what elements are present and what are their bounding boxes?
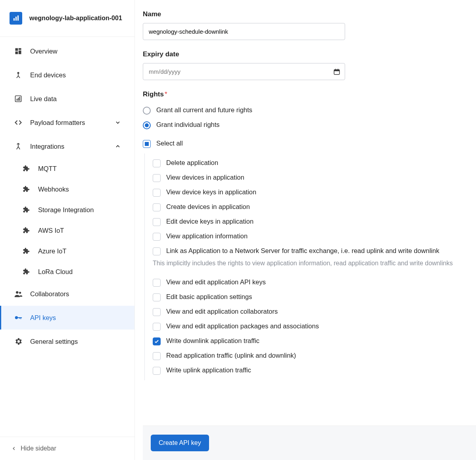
sidebar-item-general-settings[interactable]: General settings [0,330,134,353]
app-chart-icon [10,12,22,25]
checkbox-icon [153,352,161,360]
sidebar-item-label: End devices [30,71,66,79]
svg-rect-6 [15,52,18,54]
rights-checkbox-label: Read application traffic (uplink and dow… [166,352,296,359]
checkbox-icon [153,337,161,345]
rights-checkbox[interactable]: View and edit application collaborators [153,305,464,319]
brand-row: wegnology-lab-application-001 [0,0,134,37]
radio-icon [143,107,151,115]
name-input[interactable] [143,23,345,40]
checkbox-icon [153,293,161,301]
sidebar-subitem-label: AWS IoT [38,227,64,234]
select-all-checkbox[interactable]: Select all [143,136,464,151]
expiry-input[interactable] [143,63,345,80]
rights-checkbox-label: View device keys in application [166,188,256,196]
rights-checkbox[interactable]: Write uplink application traffic [153,363,464,378]
svg-rect-4 [19,48,21,50]
chevron-up-icon [115,143,121,150]
svg-rect-17 [19,317,20,319]
rights-checkbox-label: View and edit application packages and a… [166,322,319,330]
svg-rect-21 [338,69,338,70]
device-icon [13,70,23,80]
sidebar-nav: Overview End devices Live data [0,37,134,437]
rights-checkbox-label: Write downlink application traffic [166,337,259,345]
hide-sidebar-label: Hide sidebar [21,445,56,452]
sidebar-subitem-integration[interactable]: Webhooks [0,179,134,199]
svg-point-14 [15,316,18,319]
gear-icon [13,337,23,346]
plugin-icon [21,164,31,173]
plugin-icon [21,226,31,235]
svg-rect-9 [17,99,17,101]
sidebar-subitem-integration[interactable]: MQTT [0,158,134,179]
svg-point-12 [16,291,18,293]
rights-checkbox-label: Create devices in application [166,203,250,211]
rights-checkbox[interactable]: View application information [153,229,464,244]
svg-point-13 [19,292,21,294]
sidebar-item-label: API keys [30,314,56,322]
rights-radio-individual[interactable]: Grant individual rights [143,118,464,132]
rights-label: Rights* [143,90,464,98]
rights-checkbox-label: Link as Application to a Network Server … [166,247,439,255]
sidebar-item-live-data[interactable]: Live data [0,87,134,111]
svg-rect-20 [335,69,336,70]
rights-checkbox[interactable]: Delete application [153,156,464,171]
plugin-icon [21,246,31,256]
sidebar-subitem-integration[interactable]: Storage Integration [0,199,134,220]
select-all-label: Select all [156,140,183,147]
sidebar-item-api-keys[interactable]: API keys [0,306,134,330]
sidebar-subitem-label: Webhooks [38,186,69,193]
sidebar-item-integrations[interactable]: Integrations [0,134,134,158]
checkbox-icon [153,159,161,167]
checkbox-icon [153,308,161,316]
main-content: Name Expiry date Rights* Grant all curre… [135,0,476,460]
rights-checkbox[interactable]: Create devices in application [153,200,464,215]
rights-checkbox[interactable]: Edit device keys in application [153,215,464,229]
checkbox-icon [153,218,161,226]
checkbox-icon [153,203,161,211]
calendar-icon[interactable] [333,68,340,75]
svg-rect-10 [18,98,19,101]
rights-checkbox-label: Edit device keys in application [166,218,253,225]
rights-checkbox[interactable]: View device keys in application [153,185,464,200]
hide-sidebar-button[interactable]: Hide sidebar [0,437,134,460]
rights-list: Delete applicationView devices in applic… [144,153,464,380]
rights-checkbox[interactable]: Read application traffic (uplink and dow… [153,349,464,363]
svg-rect-0 [13,18,15,21]
sidebar-item-collaborators[interactable]: Collaborators [0,282,134,306]
plugin-icon [21,267,31,276]
rights-checkbox[interactable]: View and edit application API keys [153,275,464,290]
rights-checkbox[interactable]: Link as Application to a Network Server … [153,244,464,259]
rights-checkbox-label: Delete application [166,159,218,167]
sidebar-item-payload-formatters[interactable]: Payload formatters [0,111,134,134]
bottom-bar: Create API key [143,426,476,460]
rights-checkbox[interactable]: Write downlink application traffic [153,334,464,349]
merge-icon [13,142,23,151]
dashboard-icon [13,46,23,56]
checkbox-icon [153,323,161,331]
sidebar-subitem-label: Azure IoT [38,247,67,255]
chevron-down-icon [115,119,121,126]
svg-rect-2 [17,15,19,21]
app-title: wegnology-lab-application-001 [29,15,122,22]
plugin-icon [21,184,31,194]
rights-checkbox[interactable]: View and edit application packages and a… [153,319,464,334]
chevron-left-icon [11,446,17,451]
sidebar-subitem-integration[interactable]: AWS IoT [0,220,134,241]
checkbox-icon [143,140,151,148]
sidebar-item-overview[interactable]: Overview [0,39,134,63]
rights-radio-all[interactable]: Grant all current and future rights [143,103,464,118]
radio-label: Grant all current and future rights [156,106,252,114]
sidebar-subitem-integration[interactable]: Azure IoT [0,241,134,261]
rights-checkbox[interactable]: Edit basic application settings [153,290,464,305]
rights-checkbox[interactable]: View devices in application [153,171,464,185]
rights-checkbox-label: Edit basic application settings [166,293,252,301]
create-api-key-button[interactable]: Create API key [151,435,209,451]
people-icon [13,289,23,299]
rights-checkbox-label: View application information [166,232,248,240]
sidebar-item-label: Collaborators [30,290,69,298]
sidebar-item-end-devices[interactable]: End devices [0,63,134,87]
sidebar-item-label: Overview [30,48,58,55]
radio-label: Grant individual rights [156,121,220,128]
sidebar-subitem-integration[interactable]: LoRa Cloud [0,261,134,282]
